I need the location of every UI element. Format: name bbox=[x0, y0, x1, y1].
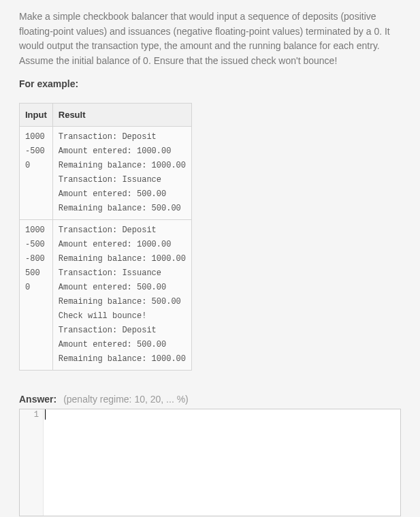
code-area[interactable] bbox=[44, 409, 400, 516]
input-pre: 1000 -500 0 bbox=[25, 130, 47, 173]
table-row: 1000 -500 0 Transaction: Deposit Amount … bbox=[20, 126, 192, 219]
example-table: Input Result 1000 -500 0 Transaction: De… bbox=[19, 103, 192, 371]
answer-heading: Answer: (penalty regime: 10, 20, ... %) bbox=[19, 394, 401, 405]
penalty-regime: (penalty regime: 10, 20, ... %) bbox=[63, 394, 189, 405]
input-pre: 1000 -500 -800 500 0 bbox=[25, 223, 47, 295]
question-prompt: Make a simple checkbook balancer that wo… bbox=[19, 10, 401, 69]
code-editor[interactable]: 1 bbox=[19, 409, 401, 516]
cell-input: 1000 -500 0 bbox=[20, 126, 53, 219]
table-row: 1000 -500 -800 500 0 Transaction: Deposi… bbox=[20, 219, 192, 370]
cell-result: Transaction: Deposit Amount entered: 100… bbox=[52, 126, 191, 219]
result-pre: Transaction: Deposit Amount entered: 100… bbox=[59, 223, 186, 366]
th-input: Input bbox=[20, 103, 53, 126]
cell-result: Transaction: Deposit Amount entered: 100… bbox=[52, 219, 191, 370]
th-result: Result bbox=[52, 103, 191, 126]
example-label: For example: bbox=[19, 78, 401, 89]
line-number: 1 bbox=[24, 409, 39, 420]
cell-input: 1000 -500 -800 500 0 bbox=[20, 219, 53, 370]
result-pre: Transaction: Deposit Amount entered: 100… bbox=[59, 130, 186, 216]
answer-label: Answer: bbox=[19, 394, 56, 405]
code-textarea[interactable] bbox=[44, 409, 406, 516]
line-gutter: 1 bbox=[20, 409, 44, 516]
text-cursor bbox=[45, 409, 46, 420]
question-page: Make a simple checkbook balancer that wo… bbox=[0, 0, 420, 516]
table-header-row: Input Result bbox=[20, 103, 192, 126]
